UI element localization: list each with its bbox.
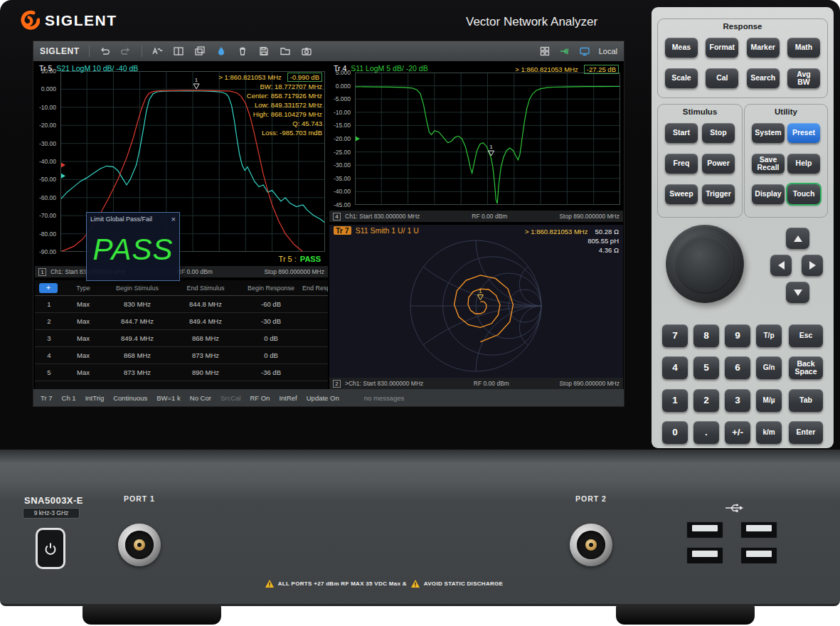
stimulus-power-button[interactable]: Power <box>702 154 735 174</box>
key-8[interactable]: 8 <box>693 324 719 347</box>
utility-system-button[interactable]: System <box>752 123 785 143</box>
rf-power-label: RF 0.00 dBm <box>177 268 213 275</box>
y-tick: -50.00 <box>39 176 56 183</box>
delete-icon[interactable] <box>237 46 249 58</box>
folder-icon[interactable] <box>280 46 292 58</box>
power-button[interactable] <box>36 528 65 569</box>
stimulus-trigger-button[interactable]: Trigger <box>702 184 735 204</box>
utility-help-button[interactable]: Help <box>787 154 820 174</box>
status-ch-1[interactable]: Ch 1 <box>62 394 76 402</box>
key-tab[interactable]: Tab <box>789 389 823 412</box>
key-g-n[interactable]: G/n <box>756 356 782 379</box>
response-scale-button[interactable]: Scale <box>665 68 698 88</box>
arrow-left-button[interactable] <box>770 255 792 276</box>
utility-touch-button[interactable]: Touch <box>787 184 820 204</box>
utility-save-recall-button[interactable]: Save Recall <box>752 154 785 174</box>
y-axis-ticks: 10.000.000-10.00-20.00-30.00-40.00-50.00… <box>35 71 58 252</box>
save-icon[interactable] <box>258 46 270 58</box>
key-esc[interactable]: Esc <box>789 324 823 347</box>
response-math-button[interactable]: Math <box>787 38 820 58</box>
limit-table-row[interactable]: 1Max830 MHz844.8 MHz-60 dB <box>35 296 328 313</box>
limit-table-row[interactable]: 3Max849.4 MHz868 MHz0 dB <box>35 330 328 347</box>
arrow-down-button[interactable] <box>786 282 809 303</box>
key-back-space[interactable]: Back Space <box>789 356 823 379</box>
key-enter[interactable]: Enter <box>789 421 823 444</box>
usb-status-icon <box>559 46 571 58</box>
stimulus-sweep-button[interactable]: Sweep <box>665 184 698 204</box>
status-update-on[interactable]: Update On <box>307 394 339 402</box>
rotary-knob[interactable] <box>666 225 744 303</box>
window-layout-icon[interactable] <box>173 46 185 58</box>
response-cal-button[interactable]: Cal <box>706 68 738 88</box>
response-avg-bw-button[interactable]: Avg BW <box>787 68 820 88</box>
key-plus-minus[interactable]: +/- <box>725 421 750 444</box>
key-1[interactable]: 1 <box>662 389 688 412</box>
key-4[interactable]: 4 <box>662 356 688 379</box>
response-meas-button[interactable]: Meas <box>665 38 698 58</box>
key-m-mu[interactable]: M/µ <box>756 389 782 412</box>
status-no-cor[interactable]: No Cor <box>190 394 211 402</box>
chart-tr7-smith[interactable]: Tr 7 S11 Smith 1 U/ 1 U > 1:860.821053 M… <box>329 225 623 389</box>
marker-drop-icon[interactable] <box>216 46 228 58</box>
limit-cell: 830 MHz <box>103 300 171 308</box>
undo-icon[interactable] <box>99 46 111 58</box>
tr4-plot-area[interactable]: 1 <box>355 73 620 205</box>
tr7-smith-area[interactable]: 1 <box>329 235 623 377</box>
add-limit-button[interactable]: + <box>39 283 58 293</box>
status-continuous[interactable]: Continuous <box>113 394 147 402</box>
key-t-p[interactable]: T/p <box>756 324 782 347</box>
chart-tr5-s21[interactable]: Tr 5 S21 LogM 10 dB/ -40 dB > 1:860.8210… <box>35 63 328 277</box>
limit-table-row[interactable]: 4Max868 MHz873 MHz0 dB <box>35 347 328 364</box>
layout-grid-icon[interactable] <box>539 46 551 58</box>
key-2[interactable]: 2 <box>693 389 719 412</box>
key-k-m[interactable]: k/m <box>756 421 782 444</box>
channel-badge: 4 <box>333 213 341 221</box>
screenshot-icon[interactable] <box>301 46 313 58</box>
stimulus-freq-button[interactable]: Freq <box>665 154 698 174</box>
lower-chassis: SNA5003X-E 9 kHz-3 GHz PORT 1 PORT 2 <box>0 450 840 606</box>
limit-table-row[interactable]: 2Max844.7 MHz849.4 MHz-30 dB <box>35 313 328 330</box>
warning-icon <box>411 580 420 588</box>
trace-label: Tr 4 <box>334 64 346 73</box>
limit-table-row[interactable]: 5Max873 MHz890 MHz-36 dB <box>35 364 328 381</box>
readout-line: Q: 45.743 <box>218 119 322 128</box>
status-tr-7[interactable]: Tr 7 <box>41 394 53 402</box>
utility-display-button[interactable]: Display <box>752 184 785 204</box>
status-intref[interactable]: IntRef <box>279 394 297 402</box>
stimulus-stop-button[interactable]: Stop <box>702 123 735 143</box>
status-bw-1-k[interactable]: BW=1 k <box>156 394 181 402</box>
arrow-right-button[interactable] <box>802 255 823 276</box>
key-6[interactable]: 6 <box>725 356 750 379</box>
limit-cell: 890 MHz <box>171 368 240 376</box>
close-icon[interactable]: × <box>171 215 176 223</box>
response-search-button[interactable]: Search <box>747 68 780 88</box>
chart-footer: 2 >Ch1: Start 830.000000 MHz RF 0.00 dBm… <box>329 378 623 389</box>
key-dot[interactable]: . <box>693 421 719 444</box>
key-0[interactable]: 0 <box>662 421 688 444</box>
readout-line: High: 868.104279 MHz <box>218 110 322 119</box>
redo-icon[interactable] <box>120 46 132 58</box>
key-9[interactable]: 9 <box>725 324 750 347</box>
status-srccal[interactable]: SrcCal <box>220 394 241 402</box>
utility-preset-button[interactable]: Preset <box>787 123 820 143</box>
stimulus-start-button[interactable]: Start <box>665 123 698 143</box>
overlay-windows-icon[interactable] <box>194 46 206 58</box>
key-3[interactable]: 3 <box>725 389 750 412</box>
limit-cell: 4 <box>35 351 63 359</box>
y-tick: -40.00 <box>39 158 56 165</box>
response-format-button[interactable]: Format <box>706 38 738 58</box>
y-tick: -40.00 <box>334 188 351 195</box>
stimulus-section: Stimulus StartStopFreqPowerSweepTrigger <box>657 104 743 218</box>
key-7[interactable]: 7 <box>662 324 688 347</box>
chart-tr4-s11[interactable]: Tr 4 S11 LogM 5 dB/ -20 dB > 1:860.82105… <box>329 63 623 222</box>
remote-display-icon <box>579 46 591 58</box>
usb-port <box>740 546 778 565</box>
response-marker-button[interactable]: Marker <box>747 38 780 58</box>
stimulus-section-title: Stimulus <box>658 107 742 116</box>
limit-cell: 0 dB <box>240 334 302 342</box>
key-5[interactable]: 5 <box>693 356 719 379</box>
trace-icon[interactable] <box>151 46 164 58</box>
status-rf-on[interactable]: RF On <box>250 394 270 402</box>
arrow-up-button[interactable] <box>786 228 809 249</box>
status-inttrig[interactable]: IntTrig <box>85 394 105 402</box>
